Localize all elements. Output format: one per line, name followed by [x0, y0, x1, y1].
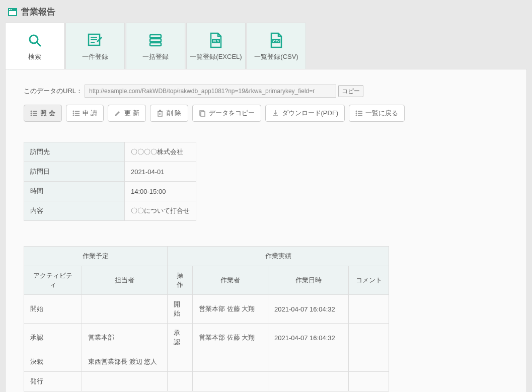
col-worker: 作業者: [193, 266, 268, 295]
copy-icon: [199, 110, 206, 117]
svg-rect-31: [159, 110, 161, 111]
window-icon: [8, 8, 17, 16]
cell-activity: 開始: [24, 295, 82, 324]
page-header: 営業報告: [0, 0, 532, 23]
svg-point-19: [31, 113, 32, 114]
cell-assignee: [82, 372, 168, 391]
detail-value: 2021-04-01: [125, 162, 196, 182]
button-label: 照 会: [40, 109, 55, 118]
detail-value: 〇〇〇〇株式会社: [125, 142, 196, 162]
download-icon: [272, 110, 279, 117]
download-pdf-button[interactable]: ダウンロード(PDF): [265, 105, 345, 122]
svg-rect-22: [33, 115, 37, 116]
detail-label: 内容: [24, 201, 125, 221]
button-label: 更 新: [124, 109, 139, 118]
cell-op: [168, 352, 193, 372]
cell-assignee: 営業本部: [82, 324, 168, 352]
button-label: データをコピー: [209, 109, 255, 118]
main-panel: このデータのURL： コピー 照 会 申 請 更 新 削 除 データをコピー ダ…: [5, 69, 527, 392]
tab-register-excel[interactable]: XLS 一覧登録(EXCEL): [186, 23, 246, 69]
svg-rect-42: [358, 115, 362, 116]
col-op: 操作: [168, 266, 193, 295]
edit-icon: [87, 31, 103, 49]
col-assignee: 担当者: [82, 266, 168, 295]
table-row: 決裁 東西営業部長 渡辺 悠人: [24, 352, 389, 372]
cell-assignee: [82, 295, 168, 324]
header-schedule: 作業予定: [24, 247, 168, 266]
button-label: 一覧に戻る: [365, 109, 398, 118]
tab-register-bulk[interactable]: 一括登録: [126, 23, 185, 69]
toolbar: 照 会 申 請 更 新 削 除 データをコピー ダウンロード(PDF) 一覧に戻…: [24, 105, 508, 122]
svg-text:CSV: CSV: [273, 40, 279, 43]
tab-label: 一覧登録(EXCEL): [190, 52, 242, 61]
copy-button[interactable]: コピー: [338, 85, 363, 97]
button-label: 削 除: [167, 109, 182, 118]
tab-register-csv[interactable]: CSV 一覧登録(CSV): [247, 23, 306, 69]
delete-button[interactable]: 削 除: [150, 105, 188, 122]
tab-register-one[interactable]: 一件登録: [65, 23, 125, 69]
apply-button[interactable]: 申 請: [66, 105, 104, 122]
detail-value: 〇〇について打合せ: [125, 201, 196, 221]
svg-rect-40: [358, 113, 362, 114]
tab-label: 検索: [28, 52, 41, 61]
cell-worker: 営業本部 佐藤 大翔: [193, 295, 268, 324]
cell-worker: 営業本部 佐藤 大翔: [193, 324, 268, 352]
svg-point-21: [31, 115, 32, 116]
detail-row: 訪問日 2021-04-01: [24, 162, 196, 182]
page-title: 営業報告: [21, 6, 55, 18]
back-to-list-button[interactable]: 一覧に戻る: [349, 105, 405, 122]
cell-comment: [349, 324, 389, 352]
svg-point-37: [356, 111, 357, 112]
svg-rect-2: [11, 9, 12, 10]
workflow-table: 作業予定 作業実績 アクティビティ 担当者 操作 作業者 作業日時 コメント 開…: [24, 246, 389, 391]
cell-op: 開始: [168, 295, 193, 324]
tab-search[interactable]: 検索: [5, 23, 64, 69]
cell-activity: 決裁: [24, 352, 82, 372]
pencil-icon: [114, 110, 121, 117]
table-row: 発行: [24, 372, 389, 391]
update-button[interactable]: 更 新: [108, 105, 146, 122]
stack-icon: [148, 31, 163, 49]
copy-data-button[interactable]: データをコピー: [192, 105, 261, 122]
cell-comment: [349, 295, 389, 324]
cell-op: 承認: [168, 324, 193, 352]
trash-icon: [157, 110, 164, 117]
svg-rect-30: [158, 111, 163, 112]
detail-row: 時間 14:00-15:00: [24, 182, 196, 201]
cell-datetime: 2021-04-07 16:04:32: [268, 295, 349, 324]
cell-datetime: [268, 352, 349, 372]
detail-row: 訪問先 〇〇〇〇株式会社: [24, 142, 196, 162]
view-button[interactable]: 照 会: [24, 105, 62, 122]
button-label: ダウンロード(PDF): [282, 109, 339, 118]
svg-rect-20: [33, 113, 37, 114]
col-datetime: 作業日時: [268, 266, 349, 295]
svg-rect-18: [33, 111, 37, 112]
tab-bar: 検索 一件登録 一括登録 XLS 一覧登録(EXCEL) CSV 一覧登録(CS…: [0, 23, 532, 69]
list-icon: [30, 110, 37, 116]
search-icon: [27, 31, 42, 49]
svg-rect-3: [9, 11, 16, 15]
cell-datetime: 2021-04-07 16:04:32: [268, 324, 349, 352]
svg-rect-26: [75, 113, 80, 114]
table-row: 開始 開始 営業本部 佐藤 大翔 2021-04-07 16:04:32: [24, 295, 389, 324]
detail-value: 14:00-15:00: [125, 182, 196, 201]
svg-point-17: [31, 111, 32, 112]
url-label: このデータのURL：: [24, 87, 83, 96]
cell-worker: [193, 372, 268, 391]
cell-activity: 承認: [24, 324, 82, 352]
svg-rect-1: [9, 9, 10, 10]
detail-label: 時間: [24, 182, 125, 201]
url-input[interactable]: [85, 85, 336, 98]
csv-file-icon: CSV: [269, 31, 283, 49]
cell-assignee: 東西営業部長 渡辺 悠人: [82, 352, 168, 372]
svg-rect-29: [158, 112, 162, 116]
detail-row: 内容 〇〇について打合せ: [24, 201, 196, 221]
svg-rect-10: [150, 35, 161, 38]
svg-text:XLS: XLS: [213, 40, 219, 43]
detail-table: 訪問先 〇〇〇〇株式会社 訪問日 2021-04-01 時間 14:00-15:…: [24, 142, 196, 221]
svg-line-5: [37, 42, 40, 46]
svg-point-27: [72, 115, 74, 116]
url-row: このデータのURL： コピー: [24, 85, 508, 98]
svg-rect-38: [358, 111, 362, 112]
list-icon: [72, 110, 80, 116]
